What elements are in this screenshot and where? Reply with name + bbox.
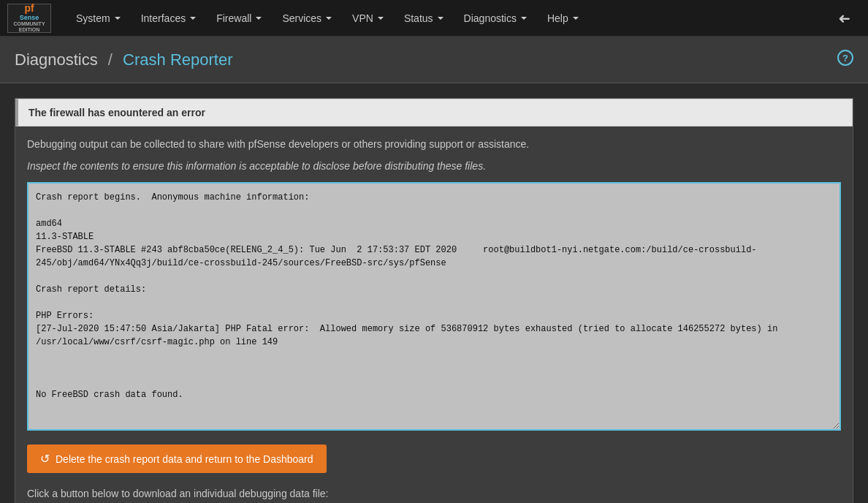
main-content: The firewall has enountered an error Deb… [0, 83, 868, 503]
breadcrumb-separator: / [108, 50, 113, 69]
bottom-text: Click a button below to download an indi… [27, 488, 841, 499]
content-body: Debugging output can be collected to sha… [15, 126, 853, 503]
alert-title: The firewall has enountered an error [28, 107, 205, 118]
breadcrumb: Diagnostics / Crash Reporter [15, 50, 232, 69]
delete-button-label: Delete the crash report data and return … [56, 453, 313, 465]
diagnostics-caret-icon [521, 17, 527, 20]
brand-logo[interactable]: pf Sense COMMUNITY EDITION [7, 4, 51, 33]
breadcrumb-bar: Diagnostics / Crash Reporter ? [0, 37, 868, 83]
interfaces-caret-icon [190, 17, 196, 20]
help-caret-icon [573, 17, 579, 20]
nav-diagnostics[interactable]: Diagnostics [454, 0, 537, 37]
breadcrumb-parent: Diagnostics [15, 50, 98, 69]
nav-end: ➜ [828, 0, 861, 37]
nav-system[interactable]: System [66, 0, 131, 37]
outer-panel: The firewall has enountered an error Deb… [15, 98, 853, 503]
nav-interfaces[interactable]: Interfaces [131, 0, 206, 37]
system-caret-icon [115, 17, 121, 20]
delete-button[interactable]: ↺ Delete the crash report data and retur… [27, 445, 327, 473]
status-caret-icon [438, 17, 443, 20]
breadcrumb-current: Crash Reporter [123, 50, 232, 69]
nav-items: System Interfaces Firewall Services VPN … [66, 0, 828, 37]
logo-sense-text: Sense [8, 15, 50, 22]
warning-text: Inspect the contents to ensure this info… [27, 160, 841, 172]
alert-box: The firewall has enountered an error [15, 99, 853, 126]
logout-icon: ➜ [838, 10, 850, 27]
firewall-caret-icon [256, 17, 262, 20]
nav-vpn[interactable]: VPN [342, 0, 394, 37]
nav-services[interactable]: Services [272, 0, 342, 37]
pfsense-logo: pf Sense COMMUNITY EDITION [7, 4, 51, 33]
nav-help[interactable]: Help [537, 0, 589, 37]
logo-pf-text: pf [8, 3, 50, 14]
help-icon[interactable]: ? [837, 50, 853, 69]
info-text: Debugging output can be collected to sha… [27, 138, 841, 150]
nav-status[interactable]: Status [394, 0, 454, 37]
services-caret-icon [326, 17, 332, 20]
nav-firewall[interactable]: Firewall [206, 0, 272, 37]
logout-button[interactable]: ➜ [828, 0, 861, 37]
refresh-icon: ↺ [40, 452, 50, 466]
svg-text:?: ? [842, 53, 848, 64]
crash-report-textarea[interactable] [27, 182, 841, 431]
logo-community-text: COMMUNITY EDITION [8, 21, 50, 32]
navbar: pf Sense COMMUNITY EDITION System Interf… [0, 0, 868, 37]
vpn-caret-icon [378, 17, 384, 20]
